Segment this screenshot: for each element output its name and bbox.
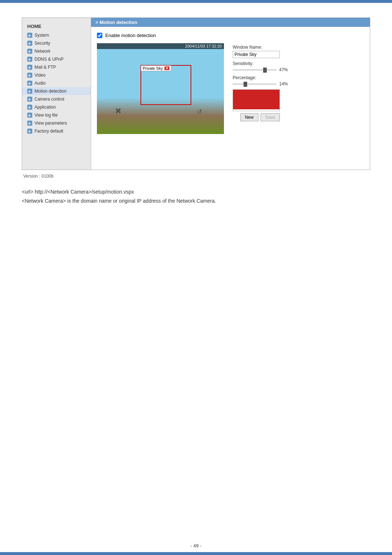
arrow-icon-log: ►: [27, 113, 32, 118]
arrow-icon-factory: ►: [27, 129, 32, 134]
page-footer: - 49 -: [0, 539, 392, 552]
arrow-icon-params: ►: [27, 121, 32, 126]
sensitivity-thumb[interactable]: [263, 68, 267, 73]
sensitivity-label: Sensitivity:: [233, 61, 364, 66]
content-body: Enable motion detection 2004/11/03 17:32…: [91, 27, 370, 138]
sidebar-item-audio[interactable]: ► Audio: [22, 79, 91, 87]
arrow-icon-application: ►: [27, 105, 32, 110]
main-container: HOME ► System ► Security ► Network ► DDN…: [22, 17, 370, 170]
action-buttons-row: New Save: [233, 113, 280, 121]
sensitivity-pct: 47%: [279, 67, 292, 72]
url-notes: <url> http://<Network Camera>/setup/moti…: [22, 187, 370, 206]
window-list-item[interactable]: [233, 103, 279, 109]
percentage-thumb[interactable]: [244, 82, 247, 87]
sidebar-item-view-log[interactable]: ► View log file: [22, 111, 91, 119]
window-name-label: Window Name:: [233, 45, 364, 50]
arrow-icon-network: ►: [27, 49, 32, 54]
bottom-bar: [0, 552, 392, 555]
arrow-icon-ddns: ►: [27, 57, 32, 62]
arrow-icon-video: ►: [27, 73, 32, 78]
sidebar-item-factory-default[interactable]: ► Factory default: [22, 127, 91, 135]
window-list-item[interactable]: [233, 90, 279, 96]
arrow-icon-camera: ►: [27, 97, 32, 102]
camera-settings-row: 2004/11/03 17:32:20 Private Sky ✕ ✖ ↺: [97, 43, 364, 134]
window-list-item[interactable]: [233, 96, 279, 103]
arrow-icon-mail: ►: [27, 65, 32, 70]
timestamp: 2004/11/03 17:32:20: [97, 43, 224, 49]
arrow-icon-audio: ►: [27, 81, 32, 86]
percentage-label: Percentage:: [233, 75, 364, 80]
sidebar-item-motion-detection[interactable]: ► Motion detection: [22, 87, 91, 95]
window-name-input[interactable]: [233, 51, 280, 58]
sidebar-item-video[interactable]: ► Video: [22, 71, 91, 79]
main-content-area: > Motion detection Enable motion detecti…: [91, 18, 370, 170]
sidebar-item-view-params[interactable]: ► View parameters: [22, 119, 91, 127]
sidebar-home[interactable]: HOME: [22, 21, 91, 31]
percentage-slider-row: 14%: [233, 81, 364, 86]
sidebar-item-camera-control[interactable]: ► Camera control: [22, 95, 91, 103]
sidebar-item-ddns-upnp[interactable]: ► DDNS & UPnP: [22, 55, 91, 63]
bird-icon-left: ✖: [115, 106, 122, 116]
percentage-track: [233, 84, 276, 85]
motion-window-close-button[interactable]: ✕: [164, 66, 170, 70]
arrow-icon-security: ►: [27, 41, 32, 46]
sidebar: HOME ► System ► Security ► Network ► DDN…: [22, 18, 91, 170]
url-note-1: <url> http://<Network Camera>/setup/moti…: [22, 187, 370, 197]
sidebar-item-mail-ftp[interactable]: ► Mail & FTP: [22, 63, 91, 71]
sidebar-item-security[interactable]: ► Security: [22, 39, 91, 47]
top-bar: [0, 0, 392, 3]
enable-motion-row: Enable motion detection: [97, 31, 364, 40]
page-number: - 49 -: [191, 543, 201, 548]
arrow-icon-motion: ►: [27, 89, 32, 94]
section-header: > Motion detection: [91, 18, 370, 27]
page-content: HOME ► System ► Security ► Network ► DDN…: [0, 3, 392, 539]
motion-window-label: Private Sky ✕: [141, 65, 171, 71]
enable-motion-checkbox[interactable]: [97, 33, 102, 38]
window-list[interactable]: [233, 89, 280, 111]
bird-icon-right: ↺: [197, 108, 202, 116]
percentage-pct: 14%: [279, 81, 292, 86]
sidebar-item-application[interactable]: ► Application: [22, 103, 91, 111]
new-button[interactable]: New: [240, 113, 258, 121]
sensitivity-track: [233, 69, 276, 70]
url-note-2: <Network Camera> is the domain name or o…: [22, 197, 370, 206]
motion-detection-window[interactable]: Private Sky ✕: [140, 65, 191, 105]
sensitivity-slider-row: 47%: [233, 67, 364, 72]
sidebar-item-system[interactable]: ► System: [22, 31, 91, 39]
enable-motion-label: Enable motion detection: [105, 33, 156, 38]
settings-panel: Window Name: Sensitivity: 47% Percentage…: [230, 43, 364, 134]
arrow-icon-system: ►: [27, 33, 32, 38]
save-button[interactable]: Save: [261, 113, 280, 121]
version-text: Version : 0100b: [22, 174, 370, 179]
camera-preview: 2004/11/03 17:32:20 Private Sky ✕ ✖ ↺: [97, 43, 224, 134]
sidebar-item-network[interactable]: ► Network: [22, 47, 91, 55]
